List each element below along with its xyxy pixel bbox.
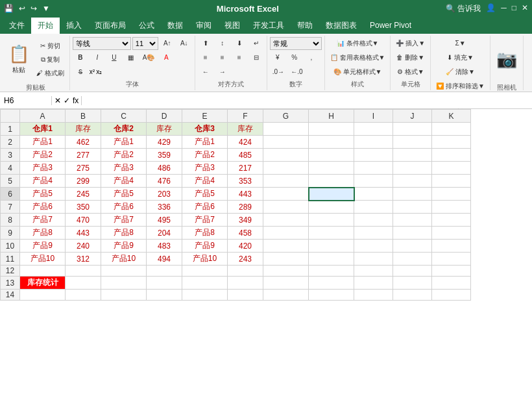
cell-b6[interactable]: 245 [66, 188, 101, 201]
cancel-formula-icon[interactable]: ✕ [54, 96, 61, 105]
increase-decimal-btn[interactable]: .0→ [270, 66, 287, 79]
cell-g1[interactable] [263, 123, 309, 136]
subscript-btn[interactable]: x₂ [96, 68, 102, 75]
cell-e11[interactable]: 产品10 [182, 253, 228, 266]
col-header-j[interactable]: J [393, 110, 432, 123]
cell-k6[interactable] [432, 188, 471, 201]
tab-home[interactable]: 开始 [31, 18, 60, 34]
row-num-11[interactable]: 11 [1, 253, 20, 266]
cell-f13[interactable] [228, 277, 263, 290]
cell-j1[interactable] [393, 123, 432, 136]
col-header-k[interactable]: K [432, 110, 471, 123]
cell-j9[interactable] [393, 227, 432, 240]
cell-h13[interactable] [309, 277, 354, 290]
cell-h11[interactable] [309, 253, 354, 266]
cell-a14[interactable] [20, 290, 66, 301]
cell-f11[interactable]: 243 [228, 253, 263, 266]
cell-c11[interactable]: 产品10 [101, 253, 147, 266]
cell-c8[interactable]: 产品7 [101, 214, 147, 227]
cell-e8[interactable]: 产品7 [182, 214, 228, 227]
cell-i6[interactable] [354, 188, 393, 201]
cell-f5[interactable]: 353 [228, 175, 263, 188]
cell-e3[interactable]: 产品2 [182, 149, 228, 162]
cell-e1[interactable]: 仓库3 [182, 123, 228, 136]
row-num-2[interactable]: 2 [1, 136, 20, 149]
cell-a3[interactable]: 产品2 [20, 149, 66, 162]
cell-e14[interactable] [182, 290, 228, 301]
italic-button[interactable]: I [90, 51, 105, 64]
cell-e12[interactable] [182, 266, 228, 277]
cell-c9[interactable]: 产品8 [101, 227, 147, 240]
cell-g11[interactable] [263, 253, 309, 266]
cell-h6-selected[interactable] [309, 188, 354, 201]
insert-btn[interactable]: ➕ 插入▼ [393, 37, 428, 50]
cell-j7[interactable] [393, 201, 432, 214]
cell-d3[interactable]: 359 [147, 149, 182, 162]
cell-c12[interactable] [101, 266, 147, 277]
cell-g9[interactable] [263, 227, 309, 240]
number-format-select[interactable]: 常规 [270, 37, 322, 50]
minimize-btn[interactable]: ─ [501, 3, 507, 14]
fill-color-button[interactable]: A🎨 [140, 51, 158, 64]
cell-e4[interactable]: 产品3 [182, 162, 228, 175]
copy-button[interactable]: ⧉ 复制 [34, 53, 67, 66]
tab-file[interactable]: 文件 [3, 18, 31, 34]
cell-c13[interactable] [101, 277, 147, 290]
cell-d7[interactable]: 336 [147, 201, 182, 214]
row-num-4[interactable]: 4 [1, 162, 20, 175]
cell-b12[interactable] [66, 266, 101, 277]
cell-d9[interactable]: 204 [147, 227, 182, 240]
cell-h4[interactable] [309, 162, 354, 175]
cell-d4[interactable]: 486 [147, 162, 182, 175]
cell-e13[interactable] [182, 277, 228, 290]
tab-review[interactable]: 审阅 [189, 18, 218, 34]
font-name-select[interactable]: 等线 [73, 37, 131, 50]
quick-access-more[interactable]: ▼ [42, 4, 50, 13]
indent-increase-btn[interactable]: → [215, 66, 230, 79]
delete-btn[interactable]: 🗑 删除▼ [394, 51, 427, 64]
cell-b13[interactable] [66, 277, 101, 290]
decrease-decimal-btn[interactable]: ←.0 [288, 66, 305, 79]
cell-a11[interactable]: 产品10 [20, 253, 66, 266]
cell-i14[interactable] [354, 290, 393, 301]
cell-i3[interactable] [354, 149, 393, 162]
close-btn[interactable]: ✕ [522, 3, 528, 14]
cell-k9[interactable] [432, 227, 471, 240]
cell-g4[interactable] [263, 162, 309, 175]
cut-button[interactable]: ✂ 剪切 [34, 40, 67, 53]
cell-f6[interactable]: 443 [228, 188, 263, 201]
comma-btn[interactable]: , [304, 51, 319, 64]
strikethrough-btn[interactable]: S̶ [73, 66, 88, 79]
cell-h5[interactable] [309, 175, 354, 188]
row-num-6[interactable]: 6 [1, 188, 20, 201]
cell-d10[interactable]: 483 [147, 240, 182, 253]
cell-c7[interactable]: 产品6 [101, 201, 147, 214]
cell-c6[interactable]: 产品5 [101, 188, 147, 201]
quick-redo-icon[interactable]: ↪ [30, 4, 37, 13]
cell-a9[interactable]: 产品8 [20, 227, 66, 240]
col-header-e[interactable]: E [182, 110, 228, 123]
cell-h3[interactable] [309, 149, 354, 162]
cell-j14[interactable] [393, 290, 432, 301]
wrap-text-btn[interactable]: ↵ [248, 37, 264, 50]
border-button[interactable]: ▦ [123, 51, 139, 64]
row-num-5[interactable]: 5 [1, 175, 20, 188]
cell-f7[interactable]: 289 [228, 201, 263, 214]
row-num-1[interactable]: 1 [1, 123, 20, 136]
tell-me-input[interactable]: 🔍 告诉我 [446, 3, 481, 14]
cell-e6[interactable]: 产品5 [182, 188, 228, 201]
tab-data[interactable]: 数据 [161, 18, 189, 34]
cell-c1[interactable]: 仓库2 [101, 123, 147, 136]
cell-k3[interactable] [432, 149, 471, 162]
cell-k1[interactable] [432, 123, 471, 136]
cell-e9[interactable]: 产品8 [182, 227, 228, 240]
cell-f10[interactable]: 420 [228, 240, 263, 253]
superscript-btn[interactable]: x² [90, 68, 95, 75]
cell-h7[interactable] [309, 201, 354, 214]
decrease-font-btn[interactable]: A↓ [176, 37, 192, 50]
format-painter-button[interactable]: 🖌 格式刷 [34, 67, 67, 80]
cell-d6[interactable]: 203 [147, 188, 182, 201]
cell-b4[interactable]: 275 [66, 162, 101, 175]
font-color-button[interactable]: A [158, 51, 174, 64]
restore-btn[interactable]: □ [512, 3, 516, 14]
